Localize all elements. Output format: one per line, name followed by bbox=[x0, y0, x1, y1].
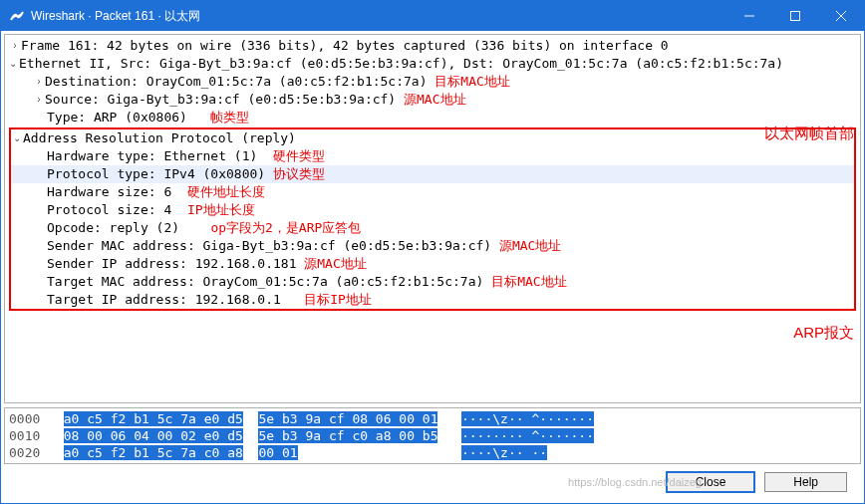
arp-hwtype-row[interactable]: Hardware type: Ethernet (1) 硬件类型 bbox=[11, 147, 854, 165]
arp-sip-text: Sender IP address: 192.168.0.181 bbox=[47, 255, 296, 273]
arp-tmac-note: 目标MAC地址 bbox=[491, 273, 566, 291]
close-window-button[interactable] bbox=[818, 1, 864, 31]
arp-header-text: Address Resolution Protocol (reply) bbox=[23, 129, 296, 147]
arp-protsize-note: IP地址长度 bbox=[187, 201, 255, 219]
eth-type-row[interactable]: Type: ARP (0x0806) 帧类型 bbox=[5, 109, 860, 126]
arp-hwsize-note: 硬件地址长度 bbox=[187, 183, 265, 201]
arp-tmac-row[interactable]: Target MAC address: OrayCom_01:5c:7a (a0… bbox=[11, 273, 854, 291]
arp-sip-row[interactable]: Sender IP address: 192.168.0.181 源MAC地址 bbox=[11, 255, 854, 273]
expand-icon[interactable]: › bbox=[33, 73, 45, 91]
eth-dst-text: Destination: OrayCom_01:5c:7a (a0:c5:f2:… bbox=[45, 73, 428, 91]
close-button[interactable]: Close bbox=[667, 472, 755, 492]
arp-sip-note: 源MAC地址 bbox=[304, 255, 366, 273]
arp-protsize-text: Protocol size: 4 bbox=[47, 201, 171, 219]
eth-dst-note: 目标MAC地址 bbox=[434, 73, 509, 91]
arp-tip-text: Target IP address: 192.168.0.1 bbox=[47, 291, 281, 309]
packet-details-pane[interactable]: › Frame 161: 42 bytes on wire (336 bits)… bbox=[4, 34, 861, 403]
window-controls bbox=[726, 1, 864, 31]
eth-section-label: 以太网帧首部 bbox=[764, 125, 854, 142]
titlebar[interactable]: Wireshark · Packet 161 · 以太网 bbox=[1, 1, 864, 31]
arp-opcode-row[interactable]: Opcode: reply (2) op字段为2，是ARP应答包 bbox=[11, 219, 854, 237]
arp-smac-row[interactable]: Sender MAC address: Giga-Byt_b3:9a:cf (e… bbox=[11, 237, 854, 255]
arp-tip-row[interactable]: Target IP address: 192.168.0.1 目标IP地址 bbox=[11, 291, 854, 309]
arp-section-label: ARP报文 bbox=[793, 324, 854, 342]
eth-src-row[interactable]: › Source: Giga-Byt_b3:9a:cf (e0:d5:5e:b3… bbox=[5, 91, 860, 109]
content-area: › Frame 161: 42 bytes on wire (336 bits)… bbox=[1, 31, 864, 503]
svg-rect-1 bbox=[791, 12, 800, 21]
frame-text: Frame 161: 42 bytes on wire (336 bits), … bbox=[21, 37, 669, 55]
frame-row[interactable]: › Frame 161: 42 bytes on wire (336 bits)… bbox=[5, 37, 860, 55]
expand-icon[interactable]: › bbox=[33, 91, 45, 109]
maximize-button[interactable] bbox=[772, 1, 818, 31]
wireshark-icon bbox=[9, 8, 25, 24]
window-title: Wireshark · Packet 161 · 以太网 bbox=[31, 8, 726, 25]
eth-type-text: Type: ARP (0x0806) bbox=[47, 109, 187, 126]
arp-prottype-text: Protocol type: IPv4 (0x0800) bbox=[47, 165, 265, 183]
arp-tmac-text: Target MAC address: OrayCom_01:5c:7a (a0… bbox=[47, 273, 483, 291]
collapse-icon[interactable]: ⌄ bbox=[11, 129, 23, 147]
help-button[interactable]: Help bbox=[764, 472, 847, 492]
eth-src-note: 源MAC地址 bbox=[404, 91, 465, 109]
arp-hwtype-note: 硬件类型 bbox=[273, 147, 325, 165]
arp-smac-note: 源MAC地址 bbox=[499, 237, 561, 255]
packet-bytes-pane[interactable]: 0000 a0 c5 f2 b1 5c 7a e0 d5 5e b3 9a cf… bbox=[4, 407, 861, 464]
hex-row[interactable]: 0000 a0 c5 f2 b1 5c 7a e0 d5 5e b3 9a cf… bbox=[9, 410, 856, 427]
arp-protsize-row[interactable]: Protocol size: 4 IP地址长度 bbox=[11, 201, 854, 219]
arp-tip-note: 目标IP地址 bbox=[304, 291, 372, 309]
arp-hwsize-row[interactable]: Hardware size: 6 硬件地址长度 bbox=[11, 183, 854, 201]
eth-type-note: 帧类型 bbox=[210, 109, 249, 126]
arp-header-row[interactable]: ⌄ Address Resolution Protocol (reply) bbox=[11, 129, 854, 147]
hex-row[interactable]: 0020 a0 c5 f2 b1 5c 7a c0 a8 00 01 ····\… bbox=[9, 444, 856, 461]
arp-hwtype-text: Hardware type: Ethernet (1) bbox=[47, 147, 257, 165]
minimize-button[interactable] bbox=[726, 1, 772, 31]
eth-dst-row[interactable]: › Destination: OrayCom_01:5c:7a (a0:c5:f… bbox=[5, 73, 860, 91]
app-window: Wireshark · Packet 161 · 以太网 › Frame 161… bbox=[0, 0, 865, 504]
collapse-icon[interactable]: ⌄ bbox=[7, 55, 19, 73]
eth-header-text: Ethernet II, Src: Giga-Byt_b3:9a:cf (e0:… bbox=[19, 55, 783, 73]
arp-smac-text: Sender MAC address: Giga-Byt_b3:9a:cf (e… bbox=[47, 237, 491, 255]
arp-prottype-row[interactable]: Protocol type: IPv4 (0x0800) 协议类型 bbox=[11, 165, 854, 183]
eth-header-row[interactable]: ⌄ Ethernet II, Src: Giga-Byt_b3:9a:cf (e… bbox=[5, 55, 860, 73]
arp-opcode-text: Opcode: reply (2) bbox=[47, 219, 179, 237]
arp-opcode-note: op字段为2，是ARP应答包 bbox=[210, 219, 361, 237]
arp-prottype-note: 协议类型 bbox=[273, 165, 325, 183]
expand-icon[interactable]: › bbox=[9, 37, 21, 55]
dialog-button-bar: https://blog.csdn.net/daizeg Close Help bbox=[4, 464, 861, 500]
arp-section-box: ⌄ Address Resolution Protocol (reply) Ha… bbox=[9, 127, 856, 311]
arp-hwsize-text: Hardware size: 6 bbox=[47, 183, 171, 201]
hex-row[interactable]: 0010 08 00 06 04 00 02 e0 d5 5e b3 9a cf… bbox=[9, 427, 856, 444]
eth-src-text: Source: Giga-Byt_b3:9a:cf (e0:d5:5e:b3:9… bbox=[45, 91, 396, 109]
